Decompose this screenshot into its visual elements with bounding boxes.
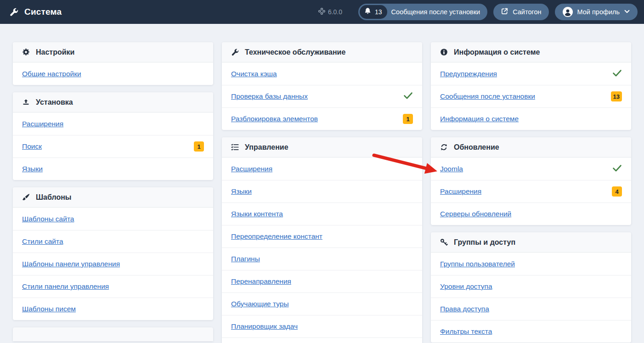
column-1: Настройки Общие настройки Установка Расш…: [13, 42, 213, 341]
card-item-link[interactable]: Очистка кэша: [231, 70, 277, 78]
card-item-link[interactable]: Языки контента: [231, 210, 283, 218]
notification-count: 13: [375, 8, 382, 16]
card-item-link[interactable]: Переопределение констант: [231, 232, 322, 241]
list-check-icon: [231, 143, 239, 151]
list-item: Расширения: [13, 112, 213, 135]
list-item: Проверка базы данных: [222, 85, 422, 107]
version-number: 6.0.0: [328, 8, 342, 16]
post-install-messages-button[interactable]: 13 Сообщения после установки: [358, 4, 487, 20]
card-item-link[interactable]: Разблокировка элементов: [231, 115, 318, 123]
card-item-link[interactable]: Перенаправления: [231, 277, 291, 286]
card-item-link[interactable]: Расширения: [22, 120, 63, 128]
card-title: Техническое обслуживание: [245, 48, 345, 56]
list-item: Шаблоны панели управления: [13, 253, 213, 275]
joomla-logo-icon: [318, 8, 325, 16]
check-icon: [403, 92, 413, 101]
joomla-version: 6.0.0: [318, 8, 342, 16]
list-item: Очистка кэша: [222, 62, 422, 85]
card-system-info: Информация о системе Предупреждения Сооб…: [431, 42, 631, 130]
partial-row: [222, 337, 422, 343]
card-item-link[interactable]: Поиск: [22, 142, 42, 151]
card-access: Группы и доступ Группы пользователей Уро…: [431, 232, 631, 343]
list-item: Уровни доступа: [431, 275, 631, 298]
key-icon: [440, 238, 448, 246]
card-title: Группы и доступ: [454, 238, 515, 247]
card-update-header: Обновление: [431, 137, 631, 157]
card-templates-header: Шаблоны: [13, 187, 213, 208]
card-maintenance: Техническое обслуживание Очистка кэша Пр…: [222, 42, 422, 130]
card-item-link[interactable]: Стили сайта: [22, 237, 63, 246]
chevron-down-icon: [624, 8, 630, 16]
card-item-link[interactable]: Фильтры текста: [440, 327, 492, 336]
brush-icon: [22, 193, 30, 201]
external-link-icon: [501, 7, 508, 17]
card-item-link[interactable]: Плагины: [231, 255, 260, 263]
check-icon: [612, 164, 622, 174]
card-item-link[interactable]: Права доступа: [440, 305, 489, 313]
list-item: Шаблоны писем: [13, 298, 213, 320]
card-item-link[interactable]: Сообщения после установки: [440, 92, 535, 101]
bell-icon: [364, 7, 372, 17]
top-bar: Система 6.0.0 13 Сообщения после установ…: [0, 0, 644, 24]
wrench-icon: [9, 7, 18, 17]
card-manage: Управление Расширения Языки Языки контен…: [222, 137, 422, 343]
refresh-icon: [440, 143, 448, 151]
card-item-link[interactable]: Расширения: [440, 187, 481, 196]
card-item-link[interactable]: Шаблоны панели управления: [22, 260, 120, 268]
status-badge: 13: [611, 91, 622, 101]
card-title: Управление: [245, 143, 288, 152]
notification-capsule: 13: [360, 5, 387, 19]
card-item-link[interactable]: Проверка базы данных: [231, 92, 308, 101]
info-circle-icon: [440, 48, 448, 56]
list-item: Серверы обновлений: [431, 202, 631, 225]
status-badge: 1: [194, 141, 204, 152]
user-circle-icon: [562, 6, 573, 17]
card-item-link[interactable]: Группы пользователей: [440, 260, 515, 268]
card-item-link[interactable]: Joomla: [440, 165, 463, 173]
card-title: Установка: [36, 98, 73, 107]
site-preview-button[interactable]: Сайтогон: [493, 4, 548, 20]
card-item-link[interactable]: Стили панели управления: [22, 282, 109, 291]
list-item: Стили панели управления: [13, 275, 213, 298]
column-3: Информация о системе Предупреждения Сооб…: [431, 42, 631, 343]
list-item: Перенаправления: [222, 270, 422, 292]
column-2: Техническое обслуживание Очистка кэша Пр…: [222, 42, 422, 343]
card-item-link[interactable]: Шаблоны сайта: [22, 215, 74, 223]
card-templates: Шаблоны Шаблоны сайта Стили сайта Шаблон…: [13, 187, 213, 320]
list-item: Информация о системе: [431, 107, 631, 130]
profile-label: Мой профиль: [577, 8, 620, 16]
card-title: Информация о системе: [454, 48, 540, 56]
card-title: Настройки: [36, 48, 74, 56]
card-item-link[interactable]: Обучающие туры: [231, 300, 289, 308]
list-item: Обучающие туры: [222, 292, 422, 315]
card-item-link[interactable]: Языки: [231, 187, 252, 196]
card-install: Установка Расширения Поиск 1 Языки: [13, 92, 213, 180]
list-item: Стили сайта: [13, 230, 213, 253]
list-item: Языки: [222, 180, 422, 202]
card-item-link[interactable]: Расширения: [231, 165, 272, 173]
list-item: Переопределение констант: [222, 225, 422, 247]
status-badge: 1: [403, 114, 413, 124]
card-item-link[interactable]: Уровни доступа: [440, 282, 492, 291]
list-item: Языки контента: [222, 202, 422, 225]
card-item-link[interactable]: Общие настройки: [22, 70, 81, 78]
profile-menu-button[interactable]: Мой профиль: [555, 4, 638, 20]
check-icon: [612, 69, 622, 79]
card-item-link[interactable]: Шаблоны писем: [22, 305, 76, 313]
list-item: Поиск 1: [13, 135, 213, 157]
list-item: Планировщик задач: [222, 315, 422, 337]
list-item: Шаблоны сайта: [13, 208, 213, 230]
card-item-link[interactable]: Серверы обновлений: [440, 210, 511, 218]
card-update: Обновление Joomla Расширения 4 Серверы о…: [431, 137, 631, 225]
list-item: Плагины: [222, 247, 422, 270]
card-item-link[interactable]: Языки: [22, 165, 43, 173]
card-title: Шаблоны: [36, 193, 72, 202]
card-item-link[interactable]: Планировщик задач: [231, 322, 298, 331]
card-manage-header: Управление: [222, 137, 422, 157]
gear-icon: [22, 48, 30, 56]
status-badge: 4: [612, 186, 622, 197]
list-item: Языки: [13, 157, 213, 180]
card-item-link[interactable]: Информация о системе: [440, 115, 519, 123]
partial-card: [13, 327, 213, 341]
card-item-link[interactable]: Предупреждения: [440, 70, 497, 78]
